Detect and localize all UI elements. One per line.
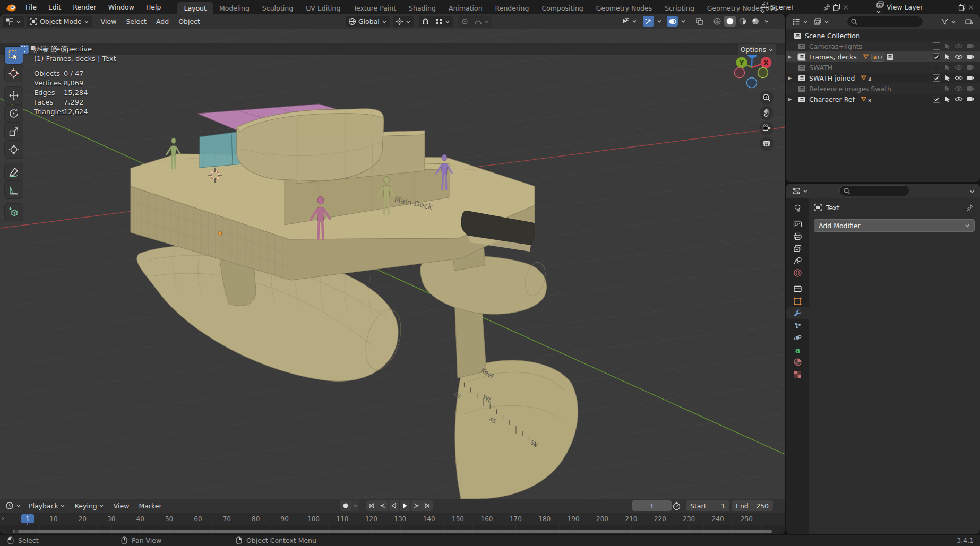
timeline-scrollbar[interactable]: [13, 530, 772, 533]
outliner-item-name[interactable]: Cameras+lights: [809, 42, 862, 50]
transform-tool[interactable]: [5, 141, 23, 158]
visibility-eye-icon[interactable]: [955, 43, 963, 49]
workspace-tab-sculpting[interactable]: Sculpting: [256, 2, 299, 14]
outliner-row-swath[interactable]: SWATH: [786, 62, 980, 73]
outliner-row-swath-joined[interactable]: ▶SWATH joined4: [786, 73, 980, 83]
add-cube-tool[interactable]: [5, 204, 23, 221]
jump-to-start-button[interactable]: [366, 500, 377, 511]
workspace-tab-uv-editing[interactable]: UV Editing: [299, 2, 347, 14]
select-box-tool[interactable]: [5, 47, 23, 64]
properties-tab-object[interactable]: [786, 295, 809, 307]
properties-tab-view-layer[interactable]: [786, 242, 809, 255]
visibility-eye-icon[interactable]: [955, 54, 963, 60]
collection-checkbox[interactable]: [933, 64, 940, 71]
options-button[interactable]: Options: [738, 44, 776, 55]
timeline-menu-view[interactable]: View: [109, 502, 134, 510]
workspace-tab-modeling[interactable]: Modeling: [213, 2, 256, 14]
record-button[interactable]: [340, 500, 351, 511]
jump-to-end-button[interactable]: [422, 500, 433, 511]
outliner-row-cameras-lights[interactable]: Cameras+lights: [786, 41, 980, 51]
timeline-menu-playback[interactable]: Playback: [24, 502, 70, 510]
timeline-collapse-chevron[interactable]: ›: [2, 515, 4, 522]
gizmo-x-neg-axis[interactable]: [735, 68, 745, 78]
gizmo-z-neg-axis[interactable]: [747, 78, 757, 88]
collection-checkbox[interactable]: [933, 85, 940, 92]
copy-view-layer-icon[interactable]: [958, 3, 966, 11]
properties-tab-particles[interactable]: [786, 319, 809, 332]
shading-material-preview-button[interactable]: [737, 16, 749, 27]
new-collection-button[interactable]: [962, 16, 976, 27]
properties-search-input[interactable]: [853, 186, 902, 195]
workspace-tab-texture-paint[interactable]: Texture Paint: [347, 2, 402, 14]
render-camera-icon[interactable]: [967, 54, 975, 60]
nav-zoom-button[interactable]: [760, 91, 774, 105]
viewport-menu-object[interactable]: Object: [174, 18, 205, 25]
expand-arrow-icon[interactable]: ▶: [786, 54, 794, 59]
timeline-menu-marker[interactable]: Marker: [134, 502, 166, 510]
end-frame-field[interactable]: End 250: [732, 500, 773, 511]
jump-to-next-keyframe-button[interactable]: [411, 500, 422, 511]
timeline-editor-type-button[interactable]: [3, 500, 24, 512]
snap-toggle[interactable]: [419, 16, 432, 27]
selectable-toggle-icon[interactable]: [944, 64, 951, 71]
current-frame-indicator[interactable]: 1: [21, 514, 34, 523]
workspace-tab-scripting[interactable]: Scripting: [658, 2, 701, 14]
visibility-eye-icon[interactable]: [955, 85, 963, 92]
pivot-dropdown[interactable]: [393, 16, 414, 27]
properties-tab-material[interactable]: [786, 356, 809, 368]
scene-name[interactable]: Scene: [771, 3, 791, 11]
workspace-tab-layout[interactable]: Layout: [177, 2, 213, 14]
outliner-row-reference-images-swath[interactable]: Reference images Swath: [786, 83, 980, 94]
viewport-menu-view[interactable]: View: [96, 18, 122, 25]
outliner-item-name[interactable]: SWATH: [809, 64, 832, 72]
workspace-tab-animation[interactable]: Animation: [442, 2, 489, 14]
overlays-dropdown[interactable]: [679, 16, 687, 27]
properties-tab-tool[interactable]: [786, 202, 809, 214]
render-camera-icon[interactable]: [967, 75, 975, 81]
properties-search[interactable]: [839, 185, 909, 196]
menu-help[interactable]: Help: [140, 0, 167, 14]
pin-icon[interactable]: [966, 204, 974, 212]
rotate-tool[interactable]: [5, 105, 23, 122]
outliner-search-input[interactable]: [860, 17, 915, 26]
workspace-tab-rendering[interactable]: Rendering: [489, 2, 536, 14]
collection-checkbox[interactable]: [933, 96, 940, 103]
render-camera-icon[interactable]: [967, 43, 975, 49]
outliner-row-characrer-ref[interactable]: ▶Characrer Ref8: [786, 94, 980, 105]
blender-logo-icon[interactable]: [5, 3, 16, 12]
gizmo-y-neg-axis[interactable]: [758, 68, 768, 78]
stopwatch-icon[interactable]: [672, 501, 681, 510]
outliner-search[interactable]: [847, 16, 923, 27]
nav-pan-button[interactable]: [760, 106, 774, 120]
outliner-item-name[interactable]: Characrer Ref: [809, 96, 855, 103]
scale-tool[interactable]: [5, 123, 23, 140]
render-camera-icon[interactable]: [967, 85, 975, 92]
viewport-menu-add[interactable]: Add: [151, 18, 174, 25]
workspace-tab-geometry-nodes[interactable]: Geometry Nodes: [590, 2, 658, 14]
shading-wireframe-button[interactable]: [711, 16, 723, 27]
visibility-eye-icon[interactable]: [955, 75, 963, 81]
properties-tab-texture[interactable]: [786, 368, 809, 380]
current-frame-field[interactable]: 1: [632, 500, 672, 511]
workspace-tab-compositing[interactable]: Compositing: [535, 2, 589, 14]
outliner-row-frames-decks[interactable]: ▶Frames, decksa17: [786, 51, 980, 62]
selectable-toggle-icon[interactable]: [944, 74, 951, 82]
nav-orthographic-button[interactable]: [760, 137, 774, 151]
timeline-frames-area[interactable]: [0, 525, 785, 534]
view-layer-selector[interactable]: View Layer: [876, 0, 974, 14]
properties-editor-type-button[interactable]: [789, 185, 811, 196]
outliner-item-name[interactable]: SWATH joined: [809, 74, 855, 82]
annotate-tool[interactable]: [5, 163, 23, 180]
properties-tab-output[interactable]: [786, 230, 809, 242]
selectable-toggle-icon[interactable]: [944, 85, 951, 92]
close-view-layer-icon[interactable]: [968, 4, 974, 11]
start-frame-field[interactable]: Start 1: [686, 500, 729, 511]
properties-tab-render[interactable]: [786, 218, 809, 230]
render-camera-icon[interactable]: [967, 64, 975, 71]
timeline-menu-keying[interactable]: Keying: [70, 502, 109, 510]
properties-tab-scene[interactable]: [786, 255, 809, 267]
collection-checkbox[interactable]: [933, 42, 940, 50]
auto-key-dropdown[interactable]: [351, 500, 359, 511]
proportional-falloff-dropdown[interactable]: [471, 16, 492, 27]
view-layer-name[interactable]: View Layer: [887, 3, 923, 11]
